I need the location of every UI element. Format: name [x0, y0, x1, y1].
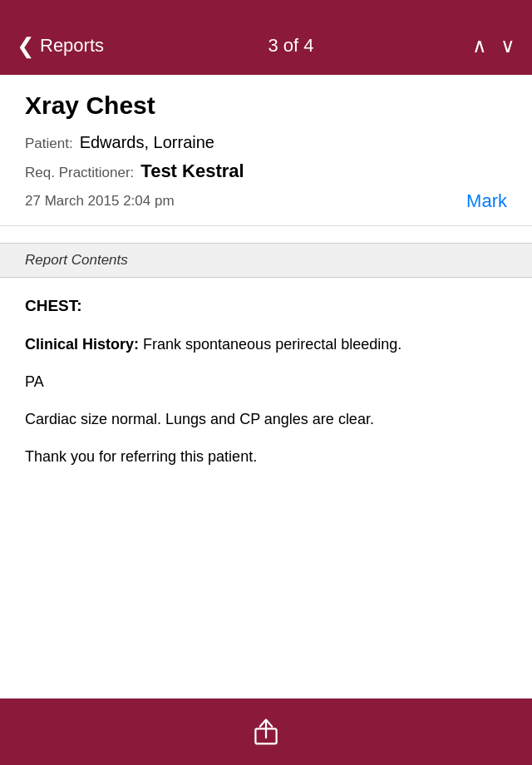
chest-heading-text: CHEST:: [25, 297, 82, 314]
header-left: ❮ Reports: [17, 35, 166, 57]
header: ❮ Reports 3 of 4 ∧ ∨: [0, 0, 532, 75]
chest-heading: CHEST:: [25, 294, 507, 318]
practitioner-label: Req. Practitioner:: [25, 165, 134, 181]
clinical-text: Frank spontaneous perirectal bleeding.: [139, 336, 401, 353]
down-icon[interactable]: ∨: [500, 36, 515, 56]
footer-toolbar: [0, 698, 532, 765]
report-title: Xray Chest: [25, 91, 507, 120]
cardiac-text: Cardiac size normal. Lungs and CP angles…: [25, 411, 374, 427]
header-center: 3 of 4: [166, 35, 416, 57]
thankyou-text: Thank you for referring this patient.: [25, 448, 257, 465]
pa-text: PA: [25, 373, 44, 390]
section-header: Report Contents: [0, 243, 532, 278]
section-header-label: Report Contents: [25, 252, 128, 268]
header-counter: 3 of 4: [268, 35, 313, 56]
header-right: ∧ ∨: [416, 36, 515, 56]
report-body: CHEST: Clinical History: Frank spontaneo…: [0, 278, 532, 500]
clinical-history-paragraph: Clinical History: Frank spontaneous peri…: [25, 333, 507, 356]
patient-label: Patient:: [25, 136, 73, 152]
share-icon: [251, 717, 281, 747]
mark-button[interactable]: Mark: [466, 190, 507, 212]
date-row: 27 March 2015 2:04 pm Mark: [25, 190, 507, 212]
pa-paragraph: PA: [25, 371, 507, 393]
cardiac-paragraph: Cardiac size normal. Lungs and CP angles…: [25, 408, 507, 431]
thankyou-paragraph: Thank you for referring this patient.: [25, 446, 507, 468]
back-label[interactable]: Reports: [40, 35, 104, 57]
practitioner-row: Req. Practitioner: Test Kestral: [25, 160, 507, 182]
gap-spacer: [0, 226, 532, 243]
report-info: Xray Chest Patient: Edwards, Lorraine Re…: [0, 75, 532, 226]
clinical-label: Clinical History:: [25, 336, 139, 353]
patient-row: Patient: Edwards, Lorraine: [25, 133, 507, 152]
report-date: 27 March 2015 2:04 pm: [25, 193, 175, 210]
up-icon[interactable]: ∧: [472, 36, 487, 56]
share-button[interactable]: [251, 717, 281, 747]
practitioner-value: Test Kestral: [140, 160, 244, 182]
patient-value: Edwards, Lorraine: [80, 133, 214, 152]
back-icon[interactable]: ❮: [17, 35, 35, 57]
